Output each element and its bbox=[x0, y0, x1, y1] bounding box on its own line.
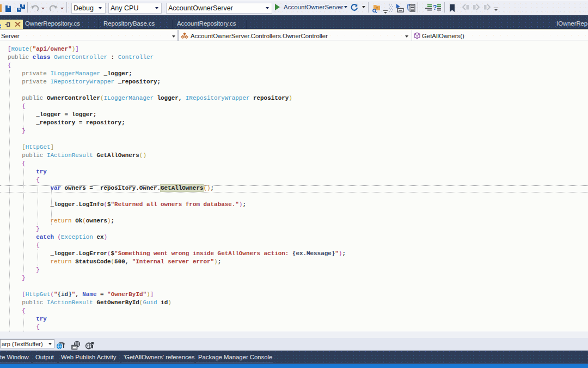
svg-text:?: ? bbox=[433, 4, 437, 11]
